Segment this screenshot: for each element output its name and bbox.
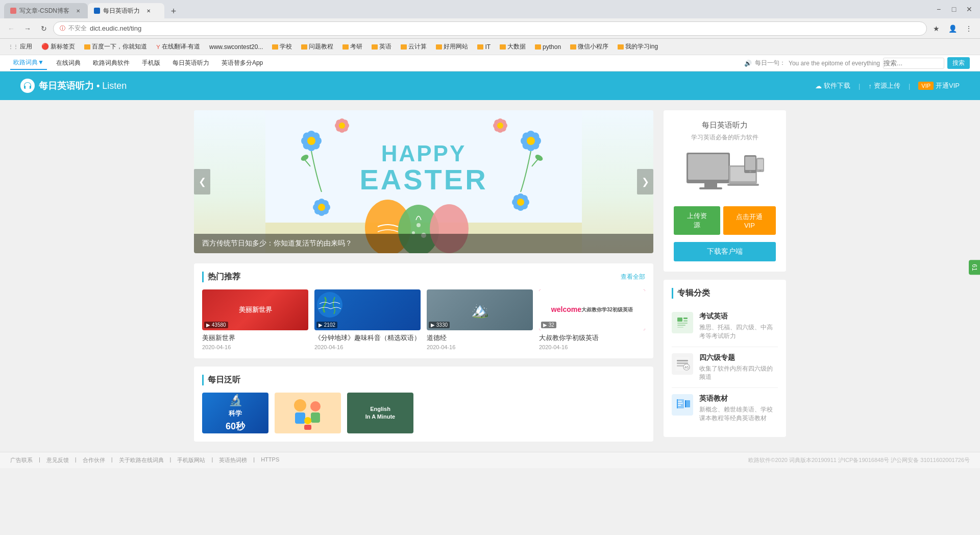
download-card: 每日英语听力 学习英语必备的听力软件 bbox=[664, 110, 786, 272]
bookmark-baidu[interactable]: 百度一下，你就知道 bbox=[80, 41, 151, 53]
bookmark-wechat[interactable]: 微信小程序 bbox=[566, 41, 612, 53]
tab-close-csdn[interactable]: ✕ bbox=[75, 7, 82, 14]
category-item-exam[interactable]: 考试英语 雅思、托福、四六级、中高考等考试听力 bbox=[672, 306, 778, 347]
header-nav: ☁ 软件下载 | ↑ 资源上传 | VIP 开通VIP bbox=[815, 81, 960, 90]
headphones-icon bbox=[23, 81, 32, 90]
hot-section-title: 热门推荐 bbox=[202, 272, 240, 282]
footer-link-trending[interactable]: 英语热词榜 bbox=[219, 456, 247, 464]
bookmark-websites[interactable]: 好用网站 bbox=[432, 41, 472, 53]
daily-card-science[interactable]: 🔬 科学 60秒 bbox=[202, 393, 268, 433]
tab-ting[interactable]: 每日英语听力 ✕ bbox=[88, 3, 164, 18]
bookmark-mylearning-label: 我的学习ing bbox=[625, 42, 658, 51]
download-client-button[interactable]: 下载客户端 bbox=[674, 242, 776, 261]
daily-card-english-minute[interactable]: English In A Minute bbox=[347, 393, 413, 433]
bookmark-youdao[interactable]: Y 在线翻译·有道 bbox=[152, 41, 204, 53]
svg-rect-76 bbox=[699, 187, 722, 189]
upload-resource-button[interactable]: 上传资源 bbox=[674, 206, 720, 235]
daily-card-family[interactable] bbox=[275, 393, 341, 433]
forward-button[interactable]: → bbox=[20, 21, 35, 36]
refresh-button[interactable]: ↻ bbox=[37, 21, 51, 36]
hot-section-header: 热门推荐 查看全部 bbox=[202, 272, 645, 282]
toolbar-eudict-software[interactable]: 欧路词典软件 bbox=[90, 57, 133, 69]
bookmark-bigdata[interactable]: 大数据 bbox=[496, 41, 530, 53]
svg-text:EASTER: EASTER bbox=[359, 163, 487, 196]
maximize-button[interactable]: □ bbox=[947, 3, 961, 16]
minimize-button[interactable]: − bbox=[932, 3, 945, 16]
tab-label-ting: 每日英语听力 bbox=[103, 7, 140, 15]
footer-link-mobile[interactable]: 手机版网站 bbox=[177, 456, 205, 464]
exam-category-icon bbox=[673, 313, 692, 332]
hot-card-1[interactable]: ▶ 43580 美丽新世界 美丽新世界 2020-04-16 bbox=[202, 289, 308, 350]
menu-button[interactable]: ⋮ bbox=[962, 21, 976, 36]
site-toolbar: 欧路词典▼ 在线词典 欧路词典软件 手机版 每日英语听力 英语替多分App 🔊 … bbox=[0, 55, 980, 71]
bookmark-it[interactable]: IT bbox=[473, 42, 495, 52]
toolbar-eudict[interactable]: 欧路词典▼ bbox=[10, 56, 47, 70]
toolbar-app[interactable]: 英语替多分App bbox=[218, 57, 266, 69]
bookmark-exam[interactable]: 考研 bbox=[338, 41, 366, 53]
close-button[interactable]: ✕ bbox=[963, 3, 976, 16]
hot-section-more[interactable]: 查看全部 bbox=[621, 273, 645, 281]
bookmark-school[interactable]: 学校 bbox=[268, 41, 296, 53]
download-card-subtitle: 学习英语必备的听力软件 bbox=[674, 133, 776, 142]
carousel-next-button[interactable]: ❯ bbox=[637, 169, 653, 194]
toolbar-daily-listen[interactable]: 每日英语听力 bbox=[169, 57, 212, 69]
footer-link-ad[interactable]: 广告联系 bbox=[10, 456, 33, 464]
bookmark-cloud[interactable]: 云计算 bbox=[397, 41, 431, 53]
new-tab-button[interactable]: + bbox=[166, 4, 181, 18]
svg-rect-91 bbox=[677, 325, 685, 326]
daily-english-thumb: English In A Minute bbox=[347, 393, 413, 433]
address-bar[interactable]: ⓘ 不安全 dict.eudic.net/ting bbox=[53, 21, 927, 36]
bookmark-websites-label: 好用网站 bbox=[444, 42, 468, 51]
bookmark-mylearning[interactable]: 我的学习ing bbox=[614, 41, 662, 53]
footer-copyright: 欧路软件©2020 词典版本20190911 沪ICP备19016848号 沪公… bbox=[748, 456, 970, 464]
bookmark-star-button[interactable]: ★ bbox=[929, 21, 943, 36]
search-input[interactable] bbox=[883, 58, 944, 69]
category-item-textbook[interactable]: 英语教材 新概念、赖世雄美语、学校课本教程等经典英语教材 bbox=[672, 388, 778, 429]
header-upload[interactable]: ↑ 资源上传 bbox=[868, 81, 900, 90]
bookmark-tutorials[interactable]: 问题教程 bbox=[297, 41, 337, 53]
folder-icon-it bbox=[477, 44, 483, 50]
footer-link-https[interactable]: HTTPS bbox=[261, 456, 279, 464]
footer-divider-5: | bbox=[211, 456, 213, 464]
footer-link-about[interactable]: 关于欧路在线词典 bbox=[119, 456, 164, 464]
search-button[interactable]: 搜索 bbox=[947, 57, 970, 69]
family-icon bbox=[287, 395, 328, 431]
bookmark-python[interactable]: python bbox=[531, 42, 565, 52]
bookmark-it-label: IT bbox=[485, 43, 491, 51]
bookmark-school-label: 学校 bbox=[280, 42, 292, 51]
tab-close-ting[interactable]: ✕ bbox=[145, 7, 152, 14]
bookmark-apps[interactable]: ⋮⋮ 应用 bbox=[4, 41, 36, 53]
speaker-icon: 🔊 bbox=[744, 60, 752, 67]
footer-divider-1: | bbox=[39, 456, 40, 464]
carousel-caption-text: 西方传统节日知多少：你知道复活节的由来吗？ bbox=[202, 239, 352, 247]
open-vip-button[interactable]: 点击开通VIP bbox=[723, 206, 776, 235]
profile-button[interactable]: 👤 bbox=[945, 21, 960, 36]
category-item-cet[interactable]: 46 四六级专题 收集了软件内所有四六级的频道 bbox=[672, 347, 778, 388]
bookmark-swcontest-label: www.swcontest20... bbox=[209, 43, 263, 51]
back-button[interactable]: ← bbox=[4, 21, 18, 36]
category-exam-desc: 雅思、托福、四六级、中高考等考试听力 bbox=[699, 323, 778, 341]
header-vip[interactable]: VIP 开通VIP bbox=[918, 81, 960, 90]
bookmark-english[interactable]: 英语 bbox=[368, 41, 396, 53]
nav-divider-2: | bbox=[909, 82, 910, 90]
toolbar-online-dict[interactable]: 在线词典 bbox=[53, 57, 84, 69]
folder-icon-wechat bbox=[570, 44, 576, 50]
bookmark-newtab[interactable]: 🔴 新标签页 bbox=[37, 41, 79, 53]
hot-card-2-count: ▶ 2102 bbox=[316, 322, 337, 328]
header-download[interactable]: ☁ 软件下载 bbox=[815, 81, 850, 90]
hot-card-4[interactable]: ▶ 32 welcome 大叔教你学 32初级英语 大叔教你学初级英语 2020… bbox=[539, 289, 645, 350]
footer-link-feedback[interactable]: 意见反馈 bbox=[46, 456, 69, 464]
apps-icon: ⋮⋮ bbox=[8, 44, 18, 50]
bookmark-swcontest[interactable]: www.swcontest20... bbox=[205, 42, 267, 52]
hot-card-3-count: ▶ 3330 bbox=[429, 322, 450, 328]
exam-icon bbox=[672, 312, 693, 333]
cet-category-icon: 46 bbox=[673, 355, 692, 373]
site-logo[interactable]: 每日英语听力 • Listen bbox=[20, 79, 127, 93]
hot-card-3[interactable]: ▶ 3330 🏔️ 道德经 2020-04-16 bbox=[427, 289, 533, 350]
tab-csdn[interactable]: 写文章-CSDN博客 ✕ bbox=[4, 3, 88, 18]
toolbar-mobile[interactable]: 手机版 bbox=[139, 57, 163, 69]
feedback-float-button[interactable]: 61 bbox=[969, 260, 980, 275]
carousel-prev-button[interactable]: ❮ bbox=[194, 169, 210, 194]
hot-card-2[interactable]: ▶ 2102 《分钟地球》趣味科音（精选双语） 2020-04-16 bbox=[314, 289, 421, 350]
footer-link-partner[interactable]: 合作伙伴 bbox=[83, 456, 105, 464]
